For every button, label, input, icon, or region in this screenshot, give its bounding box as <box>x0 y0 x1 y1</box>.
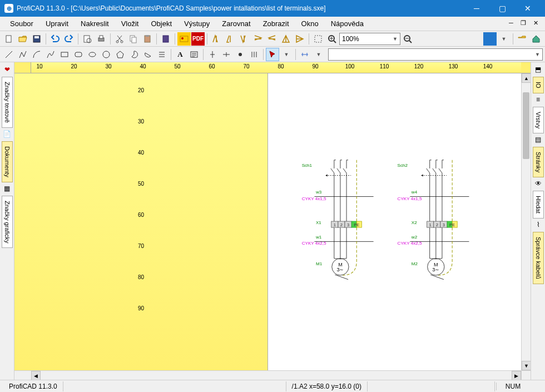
measure-tool[interactable] <box>298 48 311 61</box>
dim1-tool[interactable] <box>206 48 219 61</box>
tab-hledat[interactable]: Hledat <box>533 191 544 219</box>
select-dd[interactable]: ▼ <box>280 48 293 61</box>
roundrect-tool[interactable] <box>72 48 85 61</box>
io-icon[interactable]: ⬒ <box>533 64 543 75</box>
menu-vystupy[interactable]: Výstupy <box>179 18 215 29</box>
doc-icon[interactable]: 📄 <box>2 129 12 139</box>
menu-zarovnat[interactable]: Zarovnat <box>216 18 256 29</box>
tab-io[interactable]: IO <box>533 77 544 93</box>
mirror-h3-button[interactable] <box>237 32 251 46</box>
svg-rect-19 <box>61 52 68 57</box>
drawing-canvas[interactable]: Sch1w3CYKY 4x1,5X1w1CYKY 4x2,5M1123PEM3∼… <box>268 73 521 370</box>
tab-dokumenty[interactable]: Dokumenty <box>2 141 13 182</box>
copy-button[interactable] <box>127 32 140 46</box>
vertical-ruler[interactable]: 2030405060708090 <box>14 73 268 370</box>
bus-tool[interactable] <box>247 48 261 61</box>
scroll-right-button[interactable]: ▶ <box>512 371 521 380</box>
spline-tool[interactable] <box>44 48 57 61</box>
tab-znacky-textove[interactable]: Značky textově <box>2 77 13 128</box>
svg-text:PE: PE <box>354 222 359 227</box>
horizontal-ruler[interactable]: 102030405060708090100110120130140 <box>31 62 521 73</box>
zoom-window-button[interactable] <box>311 32 325 46</box>
polyline-tool[interactable] <box>16 48 29 61</box>
rect-tool[interactable] <box>58 48 71 61</box>
image-export-button[interactable] <box>177 32 191 46</box>
vertical-scrollbar[interactable]: ▲ ▼ <box>521 73 531 370</box>
menu-objekt[interactable]: Objekt <box>145 18 177 29</box>
cut-button[interactable] <box>113 32 126 46</box>
dim2-tool[interactable] <box>220 48 233 61</box>
open-button[interactable] <box>16 32 29 46</box>
save-button[interactable] <box>30 32 43 46</box>
circle-tool[interactable] <box>100 48 113 61</box>
shapes-icon[interactable]: ▦ <box>2 183 12 193</box>
print-button[interactable] <box>95 32 108 46</box>
hatch-tool[interactable] <box>155 48 169 61</box>
polygon-tool[interactable] <box>113 48 127 61</box>
mirror-v1-button[interactable] <box>251 32 265 46</box>
cable-icon[interactable]: ⌇ <box>533 220 543 230</box>
mirror-h1-button[interactable] <box>210 32 223 46</box>
menu-soubor[interactable]: Soubor <box>4 18 39 29</box>
new-button[interactable] <box>2 32 16 46</box>
object-combo[interactable]: ▼ <box>328 48 543 61</box>
measure-dd[interactable]: ▼ <box>312 48 325 61</box>
minimize-button[interactable]: ─ <box>464 0 489 17</box>
undo-button[interactable] <box>48 32 62 46</box>
print-preview-button[interactable] <box>81 32 94 46</box>
flip2-button[interactable] <box>293 32 306 46</box>
home-button[interactable] <box>529 32 543 46</box>
flip-button[interactable] <box>279 32 293 46</box>
tab-stranky[interactable]: Stránky <box>533 147 544 177</box>
zoom-in-button[interactable] <box>325 32 339 46</box>
mdi-restore-button[interactable]: ❐ <box>518 19 528 28</box>
zoom-combo[interactable]: 100%▼ <box>339 33 400 45</box>
junction-tool[interactable] <box>234 48 247 61</box>
layers-icon[interactable]: ≡ <box>533 95 543 105</box>
arc-tool[interactable] <box>30 48 43 61</box>
close-button[interactable]: ✕ <box>515 0 541 17</box>
redo-button[interactable] <box>62 32 76 46</box>
color1-button[interactable] <box>483 32 497 46</box>
pages-icon[interactable]: ▤ <box>533 135 543 145</box>
menu-okno[interactable]: Okno <box>296 18 324 29</box>
menu-napoveda[interactable]: Nápověda <box>325 18 369 29</box>
tab-spravce-kabelu[interactable]: Správce kabelů <box>533 232 544 284</box>
text-tool[interactable]: A <box>174 48 187 61</box>
clipboard-button[interactable] <box>159 32 172 46</box>
svg-text:CYKY 4x2,5: CYKY 4x2,5 <box>398 241 422 246</box>
maximize-button[interactable]: ▢ <box>489 0 515 17</box>
tab-znacky-graficky[interactable]: Značky graficky <box>2 196 13 248</box>
svg-text:3∼: 3∼ <box>336 267 344 272</box>
zoom-out-button[interactable] <box>401 32 414 46</box>
pdf-export-button[interactable]: PDF <box>191 32 205 46</box>
svg-text:1: 1 <box>334 222 336 227</box>
svg-text:M: M <box>338 262 343 267</box>
mdi-close-button[interactable]: ✕ <box>531 19 541 28</box>
tab-vrstvy[interactable]: Vrstvy <box>533 107 544 133</box>
heart-icon[interactable]: ❤ <box>2 64 12 75</box>
paste-button[interactable] <box>141 32 154 46</box>
scroll-up-button[interactable]: ▲ <box>522 73 531 83</box>
menu-zobrazit[interactable]: Zobrazit <box>257 18 295 29</box>
menu-nakreslit[interactable]: Nakreslit <box>75 18 115 29</box>
textbox-tool[interactable] <box>187 48 201 61</box>
svg-rect-13 <box>163 36 169 42</box>
folder-button[interactable] <box>516 32 529 46</box>
search-icon[interactable]: 👁 <box>533 178 543 188</box>
mirror-v2-button[interactable] <box>265 32 279 46</box>
scroll-down-button[interactable]: ▼ <box>522 361 531 370</box>
mdi-minimize-button[interactable]: ─ <box>506 19 516 28</box>
menu-upravit[interactable]: Upravit <box>40 18 74 29</box>
horizontal-scrollbar[interactable]: ◀ ▶ <box>31 370 521 380</box>
pie-tool[interactable] <box>127 48 141 61</box>
ellipse-tool[interactable] <box>86 48 99 61</box>
chord-tool[interactable] <box>141 48 155 61</box>
mirror-h2-button[interactable] <box>224 32 237 46</box>
color-dd-button[interactable]: ▼ <box>497 32 511 46</box>
select-tool[interactable] <box>266 48 279 61</box>
scroll-left-button[interactable]: ◀ <box>31 371 41 380</box>
line-tool[interactable] <box>2 48 16 61</box>
menu-vlozit[interactable]: Vložit <box>116 18 145 29</box>
window-title: ProfiCAD 11.3.0 - [C:\Users\Public\Docum… <box>17 4 464 12</box>
